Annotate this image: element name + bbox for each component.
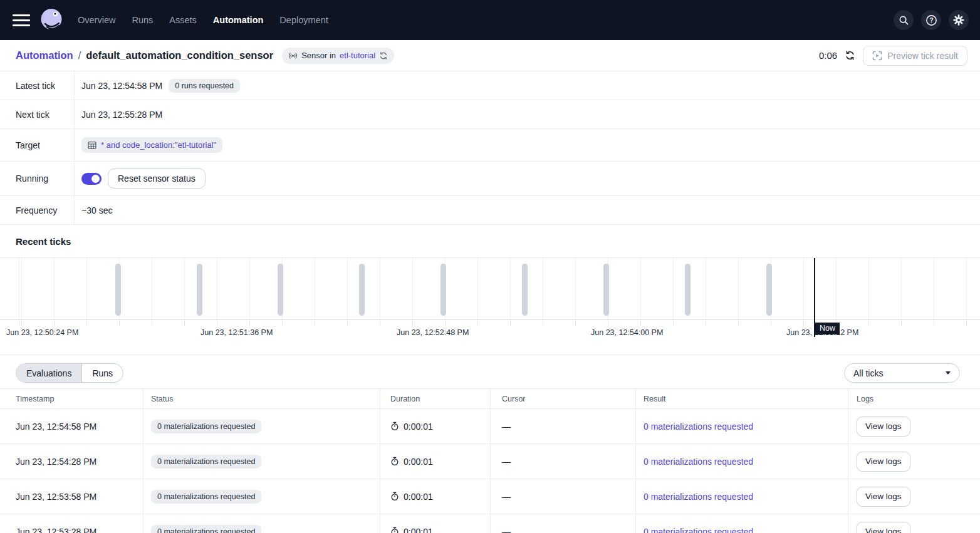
tick-bar[interactable]	[115, 264, 121, 316]
tick-bar[interactable]	[603, 264, 609, 316]
preview-tick-result-label: Preview tick result	[887, 51, 958, 61]
top-nav: Overview Runs Assets Automation Deployme…	[0, 0, 980, 40]
col-timestamp: Timestamp	[0, 389, 143, 408]
running-toggle[interactable]	[81, 173, 102, 185]
preview-tick-result-button[interactable]: Preview tick result	[863, 46, 967, 66]
page-title: default_automation_condition_sensor	[86, 49, 273, 61]
stopwatch-icon	[390, 422, 399, 431]
tick-result-link[interactable]: 0 materializations requested	[644, 527, 753, 533]
search-button[interactable]	[894, 10, 914, 30]
refresh-button[interactable]	[845, 50, 855, 61]
view-logs-button[interactable]: View logs	[857, 522, 910, 533]
sensor-location-badge: Sensor in etl-tutorial	[282, 48, 394, 64]
evaluations-table: Timestamp Status Duration Cursor Result …	[0, 388, 980, 533]
ticks-toolbar: Evaluations Runs All ticks	[0, 354, 980, 388]
timeline-plot-area	[0, 257, 980, 320]
search-icon	[899, 15, 909, 26]
tick-duration: 0:00:01	[404, 492, 433, 502]
col-logs: Logs	[848, 389, 980, 408]
next-tick-label: Next tick	[0, 100, 75, 128]
col-status: Status	[143, 389, 380, 408]
breadcrumb-bar: Automation / default_automation_conditio…	[0, 40, 980, 71]
axis-label: Jun 23, 12:52:48 PM	[397, 327, 471, 338]
view-logs-button[interactable]: View logs	[857, 452, 910, 472]
tick-timestamp: Jun 23, 12:54:28 PM	[16, 457, 96, 467]
tick-bar[interactable]	[278, 264, 283, 316]
tick-result-link[interactable]: 0 materializations requested	[644, 457, 753, 467]
col-result: Result	[635, 389, 848, 408]
axis-label: Jun 23, 12:54:00 PM	[591, 327, 665, 338]
runs-requested-badge: 0 runs requested	[169, 79, 240, 93]
view-segmented-control: Evaluations Runs	[16, 363, 123, 383]
latest-tick-label: Latest tick	[0, 71, 75, 100]
nav-item-runs[interactable]: Runs	[132, 15, 153, 25]
tick-duration: 0:00:01	[404, 422, 433, 432]
dagster-logo-icon[interactable]	[38, 6, 65, 34]
refresh-countdown: 0:06	[819, 50, 837, 61]
tick-status-badge: 0 materializations requested	[151, 455, 261, 468]
table-row: Jun 23, 12:54:28 PM 0 materializations r…	[0, 444, 980, 479]
breadcrumb-automation-link[interactable]: Automation	[16, 49, 73, 61]
refresh-icon	[845, 50, 855, 61]
tick-filter-select[interactable]: All ticks	[844, 363, 960, 383]
menu-icon[interactable]	[13, 14, 30, 26]
sync-icon[interactable]	[379, 51, 388, 60]
sensor-icon	[288, 52, 298, 60]
tick-duration: 0:00:01	[404, 457, 433, 467]
preview-play-icon	[872, 51, 882, 61]
nav-item-overview[interactable]: Overview	[78, 15, 115, 25]
tick-result-link[interactable]: 0 materializations requested	[644, 492, 753, 502]
tick-bar[interactable]	[197, 264, 202, 316]
view-logs-button[interactable]: View logs	[857, 417, 910, 437]
tab-evaluations[interactable]: Evaluations	[16, 364, 82, 382]
chevron-down-icon	[946, 371, 951, 375]
tab-runs[interactable]: Runs	[82, 364, 123, 382]
frequency-label: Frequency	[0, 196, 75, 224]
recent-ticks-timeline: Jun 23, 12:50:24 PMJun 23, 12:51:36 PMJu…	[0, 257, 980, 354]
tick-bar[interactable]	[685, 264, 691, 316]
stopwatch-icon	[390, 527, 399, 533]
tick-bar[interactable]	[359, 264, 365, 316]
nav-item-automation[interactable]: Automation	[213, 15, 264, 25]
tick-bar[interactable]	[766, 264, 772, 316]
table-row: Jun 23, 12:53:28 PM 0 materializations r…	[0, 514, 980, 533]
breadcrumb-separator: /	[78, 49, 81, 61]
tick-bar[interactable]	[522, 264, 528, 316]
recent-ticks-heading: Recent ticks	[0, 225, 980, 257]
col-duration: Duration	[380, 389, 490, 408]
col-cursor: Cursor	[490, 389, 635, 408]
running-label: Running	[0, 162, 75, 195]
tick-bar[interactable]	[440, 264, 446, 316]
tick-result-link[interactable]: 0 materializations requested	[644, 422, 753, 432]
nav-item-deployment[interactable]: Deployment	[279, 15, 328, 25]
frequency-row: Frequency ~30 sec	[0, 196, 980, 225]
next-tick-row: Next tick Jun 23, 12:55:28 PM	[0, 100, 980, 129]
table-row: Jun 23, 12:53:58 PM 0 materializations r…	[0, 479, 980, 514]
tick-cursor: —	[502, 457, 511, 467]
tick-timestamp: Jun 23, 12:53:58 PM	[16, 492, 96, 502]
help-button[interactable]: ?	[921, 10, 941, 30]
tick-timestamp: Jun 23, 12:54:58 PM	[16, 422, 96, 432]
settings-button[interactable]	[949, 10, 969, 30]
reset-sensor-status-button[interactable]: Reset sensor status	[108, 168, 206, 189]
latest-tick-row: Latest tick Jun 23, 12:54:58 PM 0 runs r…	[0, 71, 980, 100]
tick-cursor: —	[502, 492, 511, 502]
target-row: Target * and code_location:"etl-tutorial…	[0, 129, 980, 162]
tick-status-badge: 0 materializations requested	[151, 525, 261, 533]
view-logs-button[interactable]: View logs	[857, 487, 910, 507]
running-row: Running Reset sensor status	[0, 162, 980, 196]
primary-nav: Overview Runs Assets Automation Deployme…	[78, 15, 328, 25]
asset-selection-chip[interactable]: * and code_location:"etl-tutorial"	[81, 137, 222, 153]
tick-cursor: —	[502, 527, 511, 533]
frequency-value: ~30 sec	[81, 205, 112, 215]
page-actions: 0:06 Preview tick result	[819, 46, 967, 66]
nav-item-assets[interactable]: Assets	[169, 15, 197, 25]
tick-cursor: —	[502, 422, 511, 432]
tick-status-badge: 0 materializations requested	[151, 490, 261, 504]
axis-label: Jun 23, 12:50:24 PM	[6, 327, 80, 338]
target-label: Target	[0, 129, 75, 161]
code-location-link[interactable]: etl-tutorial	[340, 51, 375, 60]
axis-label: Jun 23, 12:51:36 PM	[201, 327, 274, 338]
stopwatch-icon	[390, 457, 399, 466]
nav-actions: ?	[894, 10, 969, 30]
